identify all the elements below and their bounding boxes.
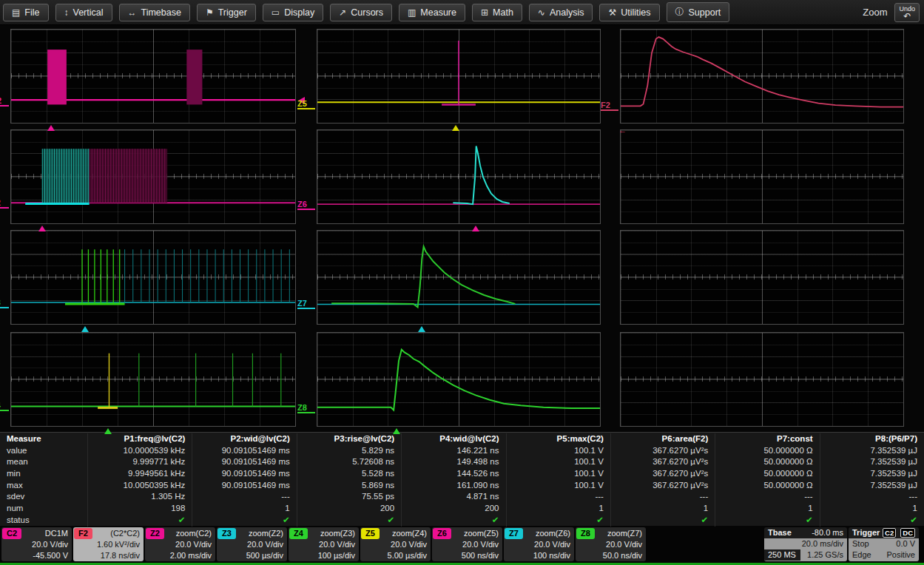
- channel-tab-z3[interactable]: Z3: [217, 528, 236, 539]
- trace-label-c2[interactable]: C2: [0, 97, 9, 106]
- grid-panel-empty1: [620, 129, 904, 224]
- measure-value-cell: ---: [610, 491, 715, 503]
- trace-label-z7[interactable]: Z7: [297, 300, 315, 309]
- channel-box-z8[interactable]: Z8zoom(Z7)20.0 V/div50.0 ns/div: [576, 527, 646, 561]
- trace-label-z6[interactable]: Z6: [297, 200, 315, 210]
- channel-box-z4[interactable]: Z4zoom(Z3)20.0 V/div100 µs/div: [289, 527, 359, 561]
- channel-tab-c2[interactable]: C2: [2, 528, 21, 539]
- menu-right: Zoom Undo ↶: [863, 3, 921, 22]
- measure-value-cell: 1: [610, 503, 715, 515]
- vertical-arrows-icon: ↕: [64, 7, 69, 18]
- channel-box-z5[interactable]: Z5zoom(Z4)20.0 V/div5.00 µs/div: [360, 527, 431, 561]
- menu-button-math[interactable]: ⊞Math: [472, 4, 522, 21]
- zoom-region-marker-z2[interactable]: [38, 226, 46, 231]
- trace-label-z3[interactable]: Z3: [0, 299, 9, 308]
- channel-tab-z7[interactable]: Z7: [505, 528, 523, 539]
- channel-tab-z4[interactable]: Z4: [289, 528, 308, 539]
- measure-value-cell: ---: [715, 491, 819, 503]
- measure-row-label: num: [0, 503, 87, 515]
- measure-value-cell: 5.72608 ns: [297, 456, 401, 468]
- trigger-badges: C2 DC: [880, 527, 915, 538]
- grid-panel-z2: Z2: [10, 129, 296, 224]
- waveform-trace-z2: [11, 130, 295, 223]
- measure-value-cell: 7.352539 µJ: [820, 480, 924, 492]
- channel-scale: 20.0 V/div: [218, 539, 283, 550]
- measure-value-cell: 367.6270 µV²s: [610, 445, 715, 457]
- menu-button-label: Support: [689, 7, 721, 18]
- channel-tab-z6[interactable]: Z6: [433, 528, 451, 539]
- measure-row-label: min: [0, 468, 87, 480]
- trace-label-z8[interactable]: Z8: [297, 404, 315, 413]
- channel-box-z6[interactable]: Z6zoom(Z5)20.0 V/div500 ns/div: [432, 527, 502, 561]
- measure-param-header[interactable]: P3:rise@lv(C2): [297, 433, 401, 445]
- zoom-region-marker-z6[interactable]: [472, 226, 479, 231]
- measure-value-cell: 50.000000 Ω: [715, 480, 819, 492]
- grid-panel-z5: Z5: [317, 29, 601, 124]
- measure-value-cell: ---: [506, 491, 610, 503]
- trigger-box[interactable]: Trigger C2 DC Stop 0.0 V Edge Positive: [849, 527, 919, 561]
- channel-box-z2[interactable]: Z2zoom(C2)20.0 V/div2.00 ms/div: [145, 527, 215, 561]
- trace-label-z2[interactable]: Z2: [0, 199, 9, 209]
- channel-tab-z8[interactable]: Z8: [576, 528, 595, 539]
- waveform-trace-z6: [317, 130, 600, 223]
- trace-label-z5[interactable]: Z5: [297, 100, 315, 109]
- waveform-grid-area: C2Z5F2←Z2Z6Z3Z7Z4Z8: [0, 25, 924, 432]
- menu-button-display[interactable]: ▭Display: [263, 4, 323, 21]
- grid-panel-z4: Z4: [10, 332, 296, 427]
- channel-tab-z2[interactable]: Z2: [146, 528, 164, 539]
- measure-param-header[interactable]: P1:freq@lv(C2): [87, 433, 192, 445]
- undo-button[interactable]: Undo ↶: [894, 3, 920, 22]
- measure-table-corner: Measure: [0, 433, 87, 445]
- zoom-region-marker-z7[interactable]: [418, 326, 425, 332]
- channel-tab-f2[interactable]: F2: [74, 528, 92, 539]
- measure-param-header[interactable]: P7:const: [715, 433, 819, 445]
- measure-value-cell: 367.6270 µV²s: [610, 468, 715, 480]
- measure-param-header[interactable]: P5:max(C2): [506, 433, 610, 445]
- measure-value-cell: 146.221 ns: [401, 445, 505, 457]
- channel-box-z7[interactable]: Z7zoom(Z6)20.0 V/div100 ns/div: [504, 527, 574, 561]
- zoom-region-marker-z8[interactable]: [393, 428, 400, 434]
- channel-offset-or-timebase: 100 µs/div: [290, 550, 355, 561]
- waveform-trace-z8: [317, 333, 600, 426]
- measure-table: MeasureP1:freq@lv(C2)P2:wid@lv(C2)P3:ris…: [0, 432, 924, 526]
- trace-label-z4[interactable]: Z4: [0, 402, 9, 411]
- channel-offset-or-timebase: 50.0 ns/div: [577, 550, 642, 561]
- channel-descriptor-boxes: C2DC1M20.0 V/div-45.500 VF2(C2*C2)1.60 k…: [1, 527, 646, 561]
- menu-button-timebase[interactable]: ↔Timebase: [119, 4, 190, 21]
- measure-status-check-icon: ✔: [610, 515, 715, 527]
- menu-button-cursors[interactable]: ↗Cursors: [330, 4, 392, 21]
- channel-box-z3[interactable]: Z3zoom(Z2)20.0 V/div500 µs/div: [217, 527, 287, 561]
- menu-button-trigger[interactable]: ⚑Trigger: [197, 4, 256, 21]
- calculator-icon: ⊞: [481, 7, 488, 18]
- zoom-region-marker-z4[interactable]: [104, 428, 112, 434]
- trace-label-f2[interactable]: F2: [601, 101, 618, 111]
- measure-param-header[interactable]: P2:wid@lv(C2): [192, 433, 296, 445]
- zoom-region-marker-c2[interactable]: [47, 125, 55, 131]
- grid-panel-empty3: [620, 332, 904, 427]
- menu-button-label: Timebase: [141, 7, 181, 18]
- measure-param-header[interactable]: P4:wid@lv(C2): [401, 433, 505, 445]
- measure-value-cell: 5.829 ns: [297, 445, 401, 457]
- timebase-box[interactable]: Tbase -80.0 ms 20.0 ms/div 250 MS 1.25 G…: [764, 527, 847, 561]
- measure-param-header[interactable]: P6:area(F2): [610, 433, 715, 445]
- trigger-source-badge: C2: [883, 528, 896, 538]
- channel-scale: 20.0 V/div: [146, 539, 212, 550]
- channel-box-f2[interactable]: F2(C2*C2)1.60 kV²/div17.8 ns/div: [73, 527, 144, 561]
- measure-value-cell: 1: [820, 503, 924, 515]
- cursor-arrow-icon: ↗: [339, 7, 346, 18]
- measure-param-header[interactable]: P8:(P6/P7): [820, 433, 924, 445]
- zoom-region-marker-z3[interactable]: [81, 326, 89, 332]
- menu-button-file[interactable]: ▤File: [3, 4, 49, 21]
- menu-button-measure[interactable]: ▥Measure: [399, 4, 465, 21]
- channel-tab-z5[interactable]: Z5: [361, 528, 380, 539]
- trigger-body: Stop 0.0 V Edge Positive: [849, 538, 919, 561]
- channel-box-c2[interactable]: C2DC1M20.0 V/div-45.500 V: [1, 527, 72, 561]
- zoom-region-marker-z5[interactable]: [452, 125, 459, 131]
- menu-button-analysis[interactable]: ∿Analysis: [529, 4, 593, 21]
- menu-button-utilities[interactable]: ⚒Utilities: [599, 4, 659, 21]
- menu-button-support[interactable]: ⓘSupport: [667, 2, 730, 22]
- measure-value-cell: 367.6270 µV²s: [610, 456, 715, 468]
- menu-button-vertical[interactable]: ↕Vertical: [55, 4, 112, 21]
- channel-scale: 20.0 V/div: [290, 539, 355, 550]
- menu-bar: ▤File↕Vertical↔Timebase⚑Trigger▭Display↗…: [0, 0, 924, 25]
